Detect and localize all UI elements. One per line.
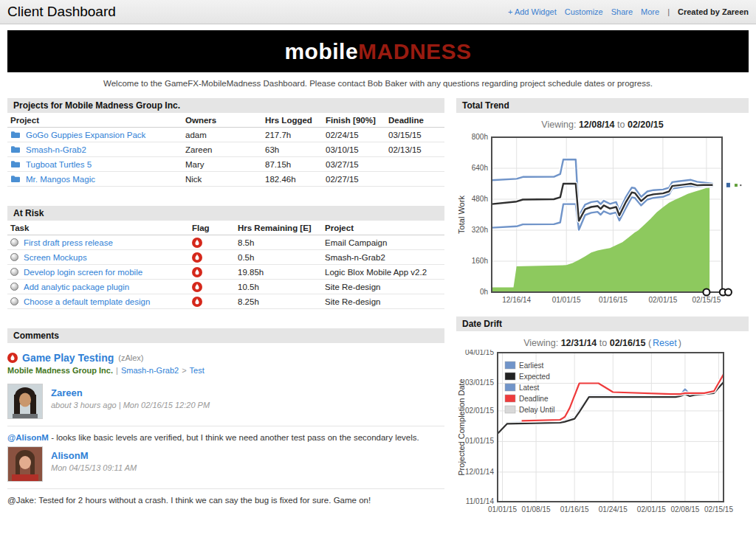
svg-text:02/01/15: 02/01/15 xyxy=(648,296,677,304)
project-link[interactable]: GoGo Guppies Expansion Pack xyxy=(26,131,145,139)
comment-body: @Jake: Tested for 2 hours without a cras… xyxy=(7,496,444,505)
commenter-name-link[interactable]: AlisonM xyxy=(51,450,137,461)
folder-icon xyxy=(10,131,21,139)
task-link[interactable]: First draft press release xyxy=(24,238,113,247)
folder-icon xyxy=(10,175,21,183)
task-link[interactable]: Add analytic package plugin xyxy=(24,283,129,291)
flag-flame-icon xyxy=(192,267,202,277)
viewing-from-date: 12/08/14 xyxy=(579,120,615,130)
svg-text:01/16/15: 01/16/15 xyxy=(560,505,589,513)
divider xyxy=(7,488,444,489)
comment-thread-title: Game Play Testing (zAlex) xyxy=(7,352,444,364)
svg-text:02/15/15: 02/15/15 xyxy=(704,505,733,513)
total-trend-chart[interactable]: 12/16/1401/01/1501/16/1502/01/1502/15/15… xyxy=(456,131,747,307)
svg-text:02/15/15: 02/15/15 xyxy=(692,296,721,304)
brand-banner: mobileMADNESS xyxy=(7,30,749,72)
svg-text:02/08/15: 02/08/15 xyxy=(670,505,699,513)
divider xyxy=(7,426,444,426)
viewing-to-date: 02/20/15 xyxy=(628,120,664,130)
mention-link[interactable]: @AlisonM xyxy=(7,433,49,442)
folder-icon xyxy=(10,160,21,168)
viewing-to-date: 02/16/15 xyxy=(610,338,646,348)
at-risk-table-header: Task Flag Hrs Remaining [E] Project xyxy=(7,221,444,235)
breadcrumb-task-link[interactable]: Test xyxy=(190,366,205,375)
svg-text:Projected Completion Date: Projected Completion Date xyxy=(457,378,466,475)
svg-text:Expected: Expected xyxy=(519,373,550,381)
date-drift-chart[interactable]: 01/01/1501/08/1501/16/1501/24/1502/01/15… xyxy=(456,350,747,519)
svg-text:12/01/14: 12/01/14 xyxy=(465,468,494,476)
comment-timestamp: about 3 hours ago | Mon 02/16/15 12:20 P… xyxy=(51,401,210,409)
share-link[interactable]: Share xyxy=(611,7,633,16)
svg-text:03/01/15: 03/01/15 xyxy=(465,378,494,387)
table-row: Screen Mockups 0.5h Smash-n-Grab2 xyxy=(7,250,444,265)
top-bar-actions: + Add Widget Customize Share More | Crea… xyxy=(508,7,749,16)
svg-text:160h: 160h xyxy=(472,257,488,265)
comment-body: @AlisonM - looks like basic levels are v… xyxy=(7,433,444,442)
svg-text:Earliest: Earliest xyxy=(519,362,544,370)
table-row: Choose a default template design 8.25h S… xyxy=(7,294,444,309)
svg-text:01/16/15: 01/16/15 xyxy=(599,296,628,304)
total-trend-section-header: Total Trend xyxy=(456,98,749,113)
table-row: Develop login screen for mobile 19.85h L… xyxy=(7,265,444,280)
thread-task-link[interactable]: Game Play Testing xyxy=(22,352,114,364)
folder-icon xyxy=(10,145,21,153)
reset-link[interactable]: Reset xyxy=(653,338,677,348)
svg-text:01/01/15: 01/01/15 xyxy=(552,296,581,304)
projects-table: Project Owners Hrs Logged Finish [90%] D… xyxy=(7,113,444,187)
svg-text:01/24/15: 01/24/15 xyxy=(599,505,628,513)
breadcrumb: Mobile Madness Group Inc.|Smash-n-Grab2>… xyxy=(7,366,444,375)
task-link[interactable]: Develop login screen for mobile xyxy=(24,268,142,277)
svg-text:12/16/14: 12/16/14 xyxy=(502,296,531,304)
flag-flame-icon xyxy=(192,252,202,263)
svg-text:01/01/15: 01/01/15 xyxy=(488,505,517,513)
customize-link[interactable]: Customize xyxy=(565,7,603,16)
breadcrumb-group-link[interactable]: Mobile Madness Group Inc. xyxy=(7,366,113,375)
add-widget-link[interactable]: + Add Widget xyxy=(508,7,557,16)
svg-text:01/01/15: 01/01/15 xyxy=(465,437,494,445)
svg-text:Delay Until: Delay Until xyxy=(519,406,554,414)
project-link[interactable]: Mr. Mangos Magic xyxy=(26,175,95,184)
projects-table-header: Project Owners Hrs Logged Finish [90%] D… xyxy=(7,113,444,128)
table-row: Tugboat Turtles 5 Mary 87.15h 03/27/15 xyxy=(7,157,444,172)
task-link[interactable]: Screen Mockups xyxy=(24,253,87,262)
svg-text:Latest: Latest xyxy=(519,384,539,392)
svg-text:01/08/15: 01/08/15 xyxy=(522,505,551,513)
flag-flame-icon xyxy=(192,282,202,292)
separator: | xyxy=(667,7,670,16)
svg-text:Deadline: Deadline xyxy=(519,395,549,403)
svg-text:640h: 640h xyxy=(472,164,488,172)
svg-text:04/01/15: 04/01/15 xyxy=(465,350,494,356)
date-drift-section-header: Date Drift xyxy=(456,317,749,331)
avatar[interactable] xyxy=(7,384,43,419)
at-risk-section-header: At Risk xyxy=(7,206,444,221)
flame-icon xyxy=(7,353,18,363)
created-by-label: Created by Zareen xyxy=(678,7,749,16)
table-row: Smash-n-Grab2 Zareen 63h 03/10/15 02/13/… xyxy=(7,142,444,157)
comment-item: Zareen about 3 hours ago | Mon 02/16/15 … xyxy=(7,384,444,442)
top-bar: Client Dashboard + Add Widget Customize … xyxy=(0,0,756,24)
comment-timestamp: Mon 04/15/13 09:11 AM xyxy=(51,463,137,472)
task-status-icon xyxy=(10,238,18,246)
thread-author-note: (zAlex) xyxy=(118,353,143,362)
page-title: Client Dashboard xyxy=(7,4,116,20)
task-link[interactable]: Choose a default template design xyxy=(24,297,150,306)
task-status-icon xyxy=(10,253,18,261)
table-row: GoGo Guppies Expansion Pack adam 217.7h … xyxy=(7,128,444,142)
avatar[interactable] xyxy=(7,446,43,482)
table-row: Add analytic package plugin 10.5h Site R… xyxy=(7,280,444,294)
svg-text:02/01/15: 02/01/15 xyxy=(465,407,494,415)
svg-text:320h: 320h xyxy=(472,226,488,234)
project-link[interactable]: Smash-n-Grab2 xyxy=(26,145,86,154)
project-link[interactable]: Tugboat Turtles 5 xyxy=(26,160,92,169)
more-link[interactable]: More xyxy=(641,7,659,16)
comments-section-header: Comments xyxy=(7,328,444,343)
total-trend-viewing-range: Viewing: 12/08/14 to 02/20/15 xyxy=(456,120,749,130)
date-drift-viewing-range: Viewing: 12/31/14 to 02/16/15 (Reset) xyxy=(456,338,749,348)
projects-section-header: Projects for Mobile Madness Group Inc. xyxy=(7,98,444,113)
svg-text:480h: 480h xyxy=(472,195,488,203)
svg-text:11/01/14: 11/01/14 xyxy=(466,497,495,505)
task-status-icon xyxy=(10,297,18,305)
task-status-icon xyxy=(10,283,18,291)
breadcrumb-project-link[interactable]: Smash-n-Grab2 xyxy=(121,366,179,375)
commenter-name-link[interactable]: Zareen xyxy=(51,387,210,398)
